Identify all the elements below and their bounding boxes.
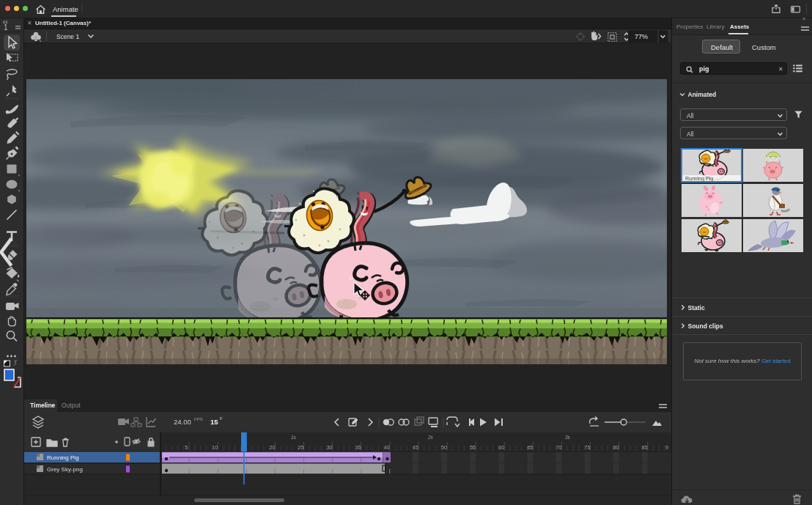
svg-text:70: 70 bbox=[556, 445, 562, 450]
svg-text:FPS: FPS bbox=[194, 417, 203, 421]
svg-text:Grey Sky-png: Grey Sky-png bbox=[47, 466, 83, 473]
svg-text:Timeline: Timeline bbox=[30, 402, 56, 409]
svg-text:45: 45 bbox=[413, 445, 418, 450]
svg-text:15: 15 bbox=[210, 418, 218, 426]
svg-text:75: 75 bbox=[585, 445, 591, 450]
svg-text:25: 25 bbox=[298, 445, 304, 450]
svg-text:1: 1 bbox=[4, 23, 8, 32]
svg-text:2s: 2s bbox=[427, 435, 434, 440]
svg-text:35: 35 bbox=[355, 445, 361, 450]
svg-text:20: 20 bbox=[270, 445, 276, 450]
svg-text:Running Pig: Running Pig bbox=[47, 454, 79, 461]
svg-text:85: 85 bbox=[642, 445, 648, 450]
svg-text:10: 10 bbox=[212, 445, 218, 450]
svg-text:24.00: 24.00 bbox=[174, 418, 191, 426]
svg-text:30: 30 bbox=[327, 445, 333, 450]
svg-text:80: 80 bbox=[613, 445, 619, 450]
svg-text:60: 60 bbox=[498, 445, 504, 450]
svg-text:40: 40 bbox=[384, 445, 390, 450]
svg-text:5: 5 bbox=[185, 445, 188, 450]
svg-text:55: 55 bbox=[470, 445, 476, 450]
svg-text:65: 65 bbox=[527, 445, 533, 450]
svg-text:Output: Output bbox=[62, 402, 81, 409]
svg-text:50: 50 bbox=[441, 445, 447, 450]
svg-text:9: 9 bbox=[665, 445, 668, 450]
svg-text:Running Pig: Running Pig bbox=[685, 176, 713, 182]
svg-text:F: F bbox=[220, 416, 223, 421]
svg-text:1s: 1s bbox=[291, 435, 297, 440]
svg-text:3s: 3s bbox=[565, 435, 571, 440]
